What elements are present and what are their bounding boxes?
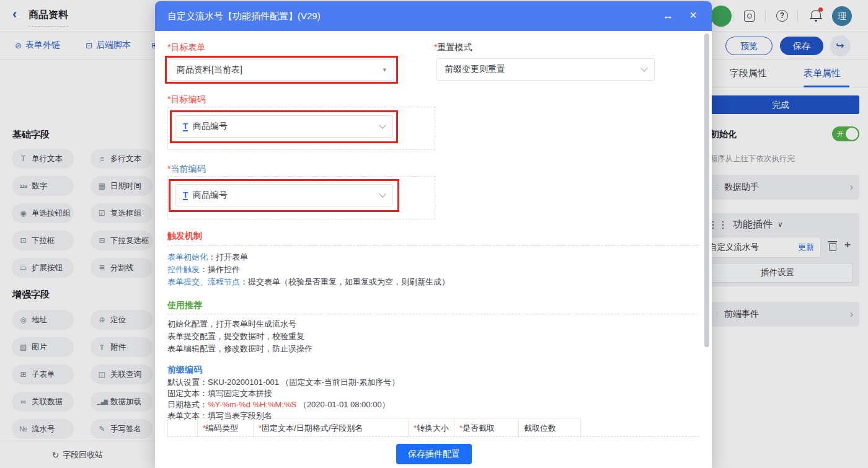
- header-text: 转换大小: [417, 423, 449, 434]
- dashed-divider: [167, 245, 699, 246]
- prefix-value: SKU-20200101-001 （固定文本-当前日期-累加序号）: [208, 377, 399, 387]
- text-field-icon: T: [183, 122, 188, 131]
- prefix-line: 默认设置：SKU-20200101-001 （固定文本-当前日期-累加序号）: [167, 377, 399, 388]
- target-code-value: 商品编号: [193, 121, 375, 132]
- trigger-text: ：提交表单（校验是否重复，如重复或为空，则刷新生成）: [240, 277, 450, 286]
- header-text: 是否截取: [463, 423, 495, 434]
- prefix-label: 日期格式：: [167, 400, 208, 409]
- usage-heading: 使用推荐: [167, 300, 202, 311]
- modal-title: 自定义流水号【功能插件配置】(V29): [167, 11, 321, 22]
- table-header-fixed-text: *固定文本/日期格式/字段别名: [254, 418, 409, 438]
- current-code-value: 商品编号: [193, 190, 375, 201]
- header-text: 固定文本/日期格式/字段别名: [262, 423, 363, 434]
- table-header-truncate: *是否截取: [454, 418, 519, 438]
- trigger-line: 表单初始化：打开表单: [167, 252, 248, 263]
- table-header-code-type: *编码类型: [198, 418, 254, 438]
- current-code-label: *当前编码: [167, 164, 205, 175]
- chevron-down-icon: [379, 190, 386, 197]
- trigger-link[interactable]: 表单提交、流程节点: [167, 277, 240, 286]
- reset-mode-label: *重置模式: [434, 42, 472, 53]
- trigger-link[interactable]: 控件触发: [167, 265, 200, 274]
- header-text: 截取位数: [524, 423, 556, 434]
- target-code-label: *目标编码: [167, 94, 205, 105]
- prefix-label: 固定文本：: [167, 389, 208, 398]
- caret-down-icon: ▾: [383, 66, 386, 74]
- target-form-value: 商品资料[当前表]: [177, 64, 378, 76]
- prefix-line: 日期格式：%Y-%m-%d %H:%M:%S （2020-01-01 08:00…: [167, 399, 390, 410]
- reset-mode-value: 前缀变更则重置: [445, 64, 637, 75]
- close-icon[interactable]: ×: [689, 9, 697, 21]
- usage-line: 初始化配置，打开表单时生成流水号: [167, 319, 296, 330]
- target-code-select[interactable]: T 商品编号: [175, 115, 393, 138]
- date-format-code: %Y-%m-%d %H:%M:%S: [208, 400, 296, 409]
- header-text: 编码类型: [206, 423, 238, 434]
- prefix-value: （2020-01-01 08:00:00）: [296, 400, 389, 409]
- target-form-select[interactable]: 商品资料[当前表] ▾: [169, 59, 394, 81]
- dashed-divider: [167, 436, 699, 437]
- trigger-line: 表单提交、流程节点：提交表单（校验是否重复，如重复或为空，则刷新生成）: [167, 276, 450, 288]
- table-header-empty: [168, 418, 198, 438]
- trigger-link[interactable]: 表单初始化: [167, 252, 208, 262]
- trigger-text: ：操作控件: [200, 265, 240, 274]
- target-form-label: *目标表单: [167, 42, 205, 53]
- table-header-case-convert: *转换大小: [409, 418, 454, 438]
- save-plugin-config-button[interactable]: 保存插件配置: [396, 444, 472, 464]
- modal-scrollbar[interactable]: [704, 33, 709, 347]
- usage-line: 表单编辑配置，修改数据时，防止误操作: [167, 343, 312, 355]
- trigger-heading: 触发机制: [167, 231, 202, 242]
- table-header-truncate-digits: 截取位数: [519, 418, 581, 438]
- prefix-config-table: *编码类型 *固定文本/日期格式/字段别名 *转换大小 *是否截取 截取位数: [167, 418, 581, 438]
- usage-line: 表单提交配置，提交数据时，校验重复: [167, 331, 304, 342]
- modal-footer: 保存插件配置: [155, 440, 712, 468]
- current-code-text: 当前编码: [170, 164, 205, 174]
- expand-icon[interactable]: ↔: [663, 10, 673, 22]
- reset-mode-select[interactable]: 前缀变更则重置: [436, 58, 655, 81]
- prefix-heading: 前缀编码: [167, 364, 202, 376]
- modal-header: 自定义流水号【功能插件配置】(V29) ↔ ×: [155, 1, 712, 31]
- prefix-value: 填写固定文本拼接: [208, 389, 272, 398]
- dashed-divider: [167, 314, 699, 314]
- trigger-line: 控件触发：操作控件: [167, 264, 240, 275]
- prefix-line: 固定文本：填写固定文本拼接: [167, 388, 272, 399]
- prefix-label: 默认设置：: [167, 377, 208, 387]
- plugin-config-modal: 自定义流水号【功能插件配置】(V29) ↔ × *目标表单 商品资料[当前表] …: [155, 1, 712, 468]
- current-code-select[interactable]: T 商品编号: [175, 184, 393, 206]
- chevron-down-icon: [379, 121, 386, 128]
- chevron-down-icon: [640, 64, 647, 71]
- reset-mode-text: 重置模式: [437, 42, 472, 52]
- trigger-text: ：打开表单: [208, 252, 248, 262]
- text-field-icon: T: [183, 191, 188, 200]
